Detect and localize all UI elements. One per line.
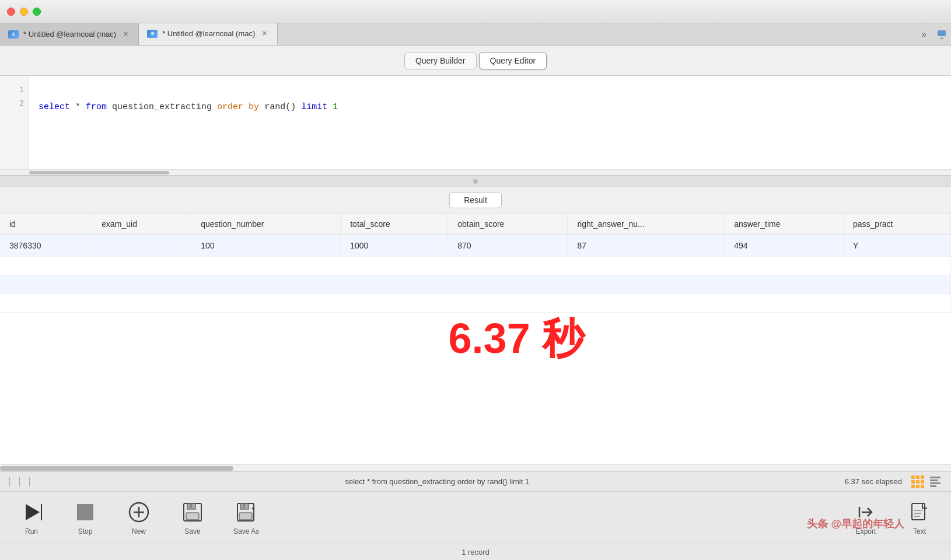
code-editor[interactable]: select * from question_extracting order … (29, 76, 951, 169)
text-view-icon[interactable] (929, 475, 942, 488)
tab-1-close[interactable]: ✕ (121, 30, 130, 39)
line-number-2: 2 (5, 96, 24, 110)
result-table: id exam_uid question_number total_score … (0, 214, 951, 313)
svg-rect-16 (243, 504, 245, 508)
status-divider-2 (19, 477, 20, 487)
stop-label: Stop (78, 527, 93, 536)
table-empty-row-2 (0, 275, 951, 294)
export-icon (854, 501, 877, 524)
tab-overflow-button[interactable]: » (915, 23, 932, 45)
grid-view-icon[interactable] (911, 475, 924, 488)
new-icon (127, 501, 151, 524)
query-builder-button[interactable]: Query Builder (404, 52, 477, 69)
query-editor-button[interactable]: Query Editor (479, 52, 547, 69)
result-tab-button[interactable]: Result (449, 192, 502, 208)
cell-right-answer-nu: 87 (568, 235, 725, 257)
new-tab-button[interactable] (932, 23, 951, 45)
pane-divider[interactable] (0, 176, 951, 187)
status-bar: select * from question_extracting order … (0, 471, 951, 491)
traffic-lights (7, 8, 41, 16)
save-as-label: Save As (233, 527, 259, 536)
result-table-container[interactable]: id exam_uid question_number total_score … (0, 214, 951, 464)
svg-rect-15 (239, 513, 252, 520)
svg-rect-5 (77, 504, 93, 520)
export-label: Export (856, 527, 876, 536)
cell-pass-pract: Y (843, 235, 950, 257)
run-action[interactable]: Run (14, 501, 49, 536)
bottom-toolbar: Run Stop New (0, 491, 951, 544)
col-exam-uid: exam_uid (92, 214, 191, 235)
close-button[interactable] (7, 8, 15, 16)
editor-scrollbar-thumb (29, 171, 169, 174)
text-doc-icon (910, 502, 929, 522)
save-as-action[interactable]: + Save As (229, 501, 264, 536)
result-wrapper: 6.37 秒 id exam_uid question_number total… (0, 214, 951, 464)
kw-rand: rand() (264, 102, 301, 112)
stop-action[interactable]: Stop (68, 501, 103, 536)
code-line-2: select * from question_extracting order … (39, 99, 942, 116)
status-elapsed-text: 6.37 sec elapsed (845, 477, 902, 486)
kw-star: * (75, 102, 86, 112)
tab-db-icon-1: ⊞ (8, 30, 19, 38)
record-count: 1 record (461, 548, 490, 556)
result-scrollbar[interactable] (0, 464, 951, 471)
cell-answer-time: 494 (725, 235, 844, 257)
cell-question-number: 100 (191, 235, 341, 257)
svg-rect-12 (190, 504, 192, 508)
kw-limit: limit (301, 102, 327, 112)
tab-1-label: * Untitled @learncoal (mac) (23, 30, 116, 38)
col-right-answer-nu: right_answer_nu... (568, 214, 725, 235)
status-query-text: select * from question_extracting order … (32, 477, 842, 486)
toolbar-right: Export Text (848, 501, 937, 536)
svg-rect-4 (41, 504, 42, 520)
status-markers (9, 477, 30, 487)
tab-2[interactable]: ⊞ * Untitled @learncoal (mac) ✕ (139, 23, 278, 45)
table-row: 3876330 100 1000 870 87 494 Y (0, 235, 951, 257)
cell-obtain-score: 870 (448, 235, 568, 257)
new-label: New (132, 527, 146, 536)
text-action[interactable]: Text (902, 501, 937, 536)
minimize-button[interactable] (20, 8, 28, 16)
empty-cell-1 (0, 257, 951, 275)
cell-total-score: 1000 (341, 235, 448, 257)
run-play-icon (21, 502, 42, 523)
result-scrollbar-thumb (0, 466, 233, 471)
col-pass-pract: pass_pract (843, 214, 950, 235)
kw-table: question_extracting (112, 102, 217, 112)
status-icons (911, 475, 942, 488)
table-empty-row-1 (0, 257, 951, 275)
line-numbers: 1 2 (0, 76, 29, 169)
tab-2-close[interactable]: ✕ (260, 29, 269, 38)
empty-cell-2 (0, 275, 951, 294)
new-tab-icon (937, 30, 946, 39)
titlebar (0, 0, 951, 23)
text-label: Text (913, 527, 926, 536)
result-area: Result 6.37 秒 id exam_uid question_numbe… (0, 187, 951, 471)
svg-rect-11 (186, 513, 199, 520)
editor-area: 1 2 select * from question_extracting or… (0, 76, 951, 176)
status-divider-3 (29, 477, 30, 487)
tab-1[interactable]: ⊞ * Untitled @learncoal (mac) ✕ (0, 23, 139, 45)
record-bar: 1 record (0, 544, 951, 560)
maximize-button[interactable] (33, 8, 41, 16)
save-action[interactable]: Save (175, 501, 210, 536)
editor-scrollbar[interactable] (0, 169, 951, 175)
svg-rect-0 (938, 30, 946, 36)
save-floppy-icon (183, 502, 202, 522)
line-number-1: 1 (5, 83, 24, 96)
col-answer-time: answer_time (725, 214, 844, 235)
result-tab-bar: Result (0, 187, 951, 214)
col-question-number: question_number (191, 214, 341, 235)
save-as-icon: + (235, 501, 258, 524)
col-id: id (0, 214, 92, 235)
export-action[interactable]: Export (848, 501, 883, 536)
stop-square-icon (75, 502, 96, 523)
kw-limit-val: 1 (333, 102, 338, 112)
tab-2-label: * Untitled @learncoal (mac) (162, 29, 255, 38)
table-empty-row-3 (0, 294, 951, 313)
save-label: Save (184, 527, 200, 536)
new-plus-icon (128, 502, 149, 523)
cell-exam-uid (92, 235, 191, 257)
new-action[interactable]: New (121, 501, 156, 536)
kw-from: from (86, 102, 107, 112)
